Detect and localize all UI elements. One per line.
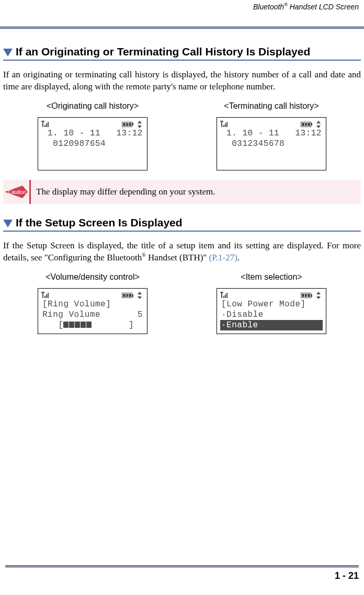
section1-body: If an originating or terminating call hi… [3,69,361,93]
lcd-icons [221,292,322,299]
footer-rule [5,565,359,567]
running-header: Bluetooth® Handset LCD Screen [0,0,364,12]
updown-icon [314,121,322,128]
terminating-block: <Terminating call history> 1. 10 - 11 13… [217,101,326,170]
updown-icon [314,292,322,299]
item-line3: ·Enable [220,320,323,330]
caution-box: Caution The display may differ depending… [3,180,361,204]
battery-icon [122,293,132,298]
volume-line3: [ ] [42,320,143,330]
battery-icon [301,293,311,298]
header-post: Handset LCD Screen [288,3,359,11]
originating-caption: <Originating call history> [47,101,139,111]
battery-arrows [122,121,143,128]
signal-icon [42,293,49,298]
caution-label: Caution [8,189,26,195]
volume-line1: [Ring Volume] [42,299,143,310]
volume-lcd: [Ring Volume] Ring Volume 5 [ ] [38,288,147,334]
vol-bracket-close: ] [92,321,134,330]
battery-arrows [301,121,322,128]
header-sup: ® [284,2,288,7]
caution-badge: Caution [3,180,29,204]
originating-block: <Originating call history> 1. 10 - 11 13… [38,101,147,170]
section2-body-end: . [237,253,240,262]
section2-screens: <Volume/density control> [Ring Volume] R… [3,272,361,334]
page-number: 1 - 21 [5,570,359,581]
signal-icon [221,122,228,127]
item-lcd: [Low Power Mode] ·Disable ·Enable [217,288,326,334]
volume-caption: <Volume/density control> [46,272,140,282]
section2-heading-row: If the Setup Screen Is Displayed [3,216,361,232]
section1-heading: If an Originating or Terminating Call Hi… [16,45,310,58]
caution-text: The display may differ depending on your… [36,180,215,204]
originating-lcd: 1. 10 - 11 13:12 0120987654 [38,117,147,170]
item-caption: <Item selection> [241,272,302,282]
originating-lcd-line2: 0120987654 [42,139,143,149]
caution-icon: Caution [4,184,29,200]
page-footer: 1 - 21 [0,565,364,581]
volume-bar-icon [63,322,92,328]
terminating-lcd-line1: 1. 10 - 11 13:12 [221,128,322,139]
terminating-lcd: 1. 10 - 11 13:12 0312345678 [217,117,326,170]
terminating-caption: <Terminating call history> [224,101,318,111]
section1-screens: <Originating call history> 1. 10 - 11 13… [3,101,361,170]
volume-line2: Ring Volume 5 [42,310,143,320]
down-triangle-icon [3,49,13,56]
section2-body-post: Handset (BTH)" [146,253,209,262]
updown-icon [135,121,143,128]
updown-icon [135,292,143,299]
battery-arrows [301,292,322,299]
page-ref-link[interactable]: (P.1-27) [209,253,237,262]
item-line1: [Low Power Mode] [221,299,322,310]
caution-bar [29,180,31,204]
battery-arrows [122,292,143,299]
lcd-icons [42,121,143,128]
vol-bracket-open: [ [42,321,63,330]
lcd-icons [42,292,143,299]
battery-icon [122,122,132,127]
lcd-icons [221,121,322,128]
originating-lcd-line1: 1. 10 - 11 13:12 [42,128,143,139]
section2-body: If the Setup Screen is displayed, the ti… [3,240,361,265]
item-line3-wrap: ·Enable [221,320,322,330]
section2-heading: If the Setup Screen Is Displayed [16,216,183,229]
item-line2: ·Disable [221,310,322,320]
section2-body-sup: ® [142,252,146,258]
signal-icon [221,293,228,298]
signal-icon [42,122,49,127]
terminating-lcd-line2: 0312345678 [221,139,322,149]
volume-block: <Volume/density control> [Ring Volume] R… [38,272,147,334]
down-triangle-icon [3,220,13,227]
header-pre: Bluetooth [253,3,284,11]
section1-heading-row: If an Originating or Terminating Call Hi… [3,45,361,61]
item-block: <Item selection> [Low Power Mode] ·Disab… [217,272,326,334]
battery-icon [301,122,311,127]
